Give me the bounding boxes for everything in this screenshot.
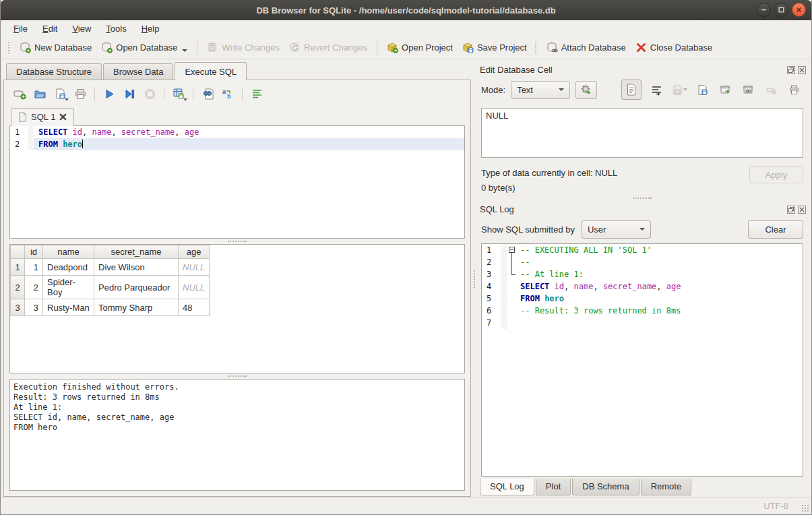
save-results-dropdown-icon[interactable] bbox=[183, 98, 187, 101]
cell[interactable]: Spider-Boy bbox=[43, 276, 94, 299]
cell[interactable]: 2 bbox=[25, 276, 43, 299]
cell[interactable]: Dive Wilson bbox=[94, 259, 179, 276]
cell-open-external-button[interactable] bbox=[717, 82, 733, 98]
cell[interactable]: 3 bbox=[25, 299, 43, 316]
code-line[interactable]: 2FROM hero bbox=[10, 138, 464, 150]
results-area[interactable]: idnamesecret_nameage11DeadpondDive Wilso… bbox=[9, 244, 465, 373]
save-project-button[interactable]: Save Project bbox=[458, 39, 532, 56]
menu-item-file[interactable]: File bbox=[6, 22, 35, 35]
cell-editor-textarea[interactable]: NULL bbox=[481, 108, 803, 158]
title-bar[interactable]: DB Browser for SQLite - /home/user/code/… bbox=[1, 0, 811, 20]
corner-header[interactable] bbox=[11, 245, 25, 259]
editor-results-splitter[interactable] bbox=[9, 239, 465, 244]
cell-print-button[interactable] bbox=[786, 82, 802, 98]
close-database-button[interactable]: Close Database bbox=[631, 39, 718, 56]
column-header-secret_name[interactable]: secret_name bbox=[94, 245, 179, 259]
results-table: idnamesecret_nameage11DeadpondDive Wilso… bbox=[10, 245, 210, 316]
open-database-dropdown-icon[interactable] bbox=[182, 49, 187, 52]
bottom-tab-remote[interactable]: Remote bbox=[641, 479, 692, 495]
row-header[interactable]: 2 bbox=[11, 276, 25, 299]
replace-button[interactable]: ab bbox=[219, 86, 237, 102]
cell-import-button[interactable] bbox=[671, 82, 687, 98]
sql-doc-tab[interactable]: SQL 1 bbox=[11, 108, 74, 126]
cell-word-wrap-button[interactable] bbox=[648, 82, 664, 98]
find-button[interactable] bbox=[199, 86, 216, 102]
close-button[interactable] bbox=[792, 3, 806, 17]
row-header[interactable]: 3 bbox=[11, 299, 25, 316]
bottom-tab-plot[interactable]: Plot bbox=[536, 479, 571, 495]
minimize-button[interactable] bbox=[757, 3, 771, 17]
tab-execute-sql[interactable]: Execute SQL bbox=[175, 62, 247, 80]
save-results-button[interactable] bbox=[170, 86, 187, 102]
column-header-id[interactable]: id bbox=[25, 245, 43, 259]
toolbar-grip[interactable] bbox=[8, 42, 11, 54]
maximize-button[interactable] bbox=[774, 3, 788, 17]
open-project-button[interactable]: Open Project bbox=[382, 39, 458, 56]
cell[interactable]: NULL bbox=[179, 276, 210, 299]
bottom-tab-db-schema[interactable]: DB Schema bbox=[572, 479, 639, 495]
open-database-button[interactable]: Open Database bbox=[96, 39, 192, 56]
sql-log-close-button[interactable] bbox=[798, 206, 806, 214]
cell-link-button[interactable] bbox=[740, 82, 756, 98]
write-changes-button[interactable]: Write Changes bbox=[202, 39, 284, 56]
mode-select[interactable]: Text bbox=[511, 81, 570, 99]
cell[interactable]: Rusty-Man bbox=[43, 299, 94, 316]
menu-item-view[interactable]: View bbox=[65, 22, 98, 35]
cell[interactable]: Deadpond bbox=[43, 259, 94, 276]
results-message-splitter[interactable] bbox=[9, 373, 465, 379]
cell-export-button[interactable] bbox=[694, 82, 710, 98]
cell-text-mode-button[interactable] bbox=[621, 80, 642, 100]
menu-item-help[interactable]: Help bbox=[134, 22, 167, 35]
column-header-name[interactable]: name bbox=[43, 245, 94, 259]
execute-all-button[interactable] bbox=[100, 86, 118, 102]
encoding-indicator[interactable]: UTF-8 bbox=[763, 501, 788, 511]
execution-message-box[interactable]: Execution finished without errors.Result… bbox=[9, 379, 465, 491]
auto-apply-button[interactable] bbox=[575, 81, 597, 99]
sql-log-view[interactable]: 1-- EXECUTING ALL IN 'SQL 1'2--3-- At li… bbox=[481, 243, 803, 477]
apply-button[interactable]: Apply bbox=[749, 166, 803, 183]
new-sql-tab-button[interactable] bbox=[11, 86, 28, 102]
sql-log-float-button[interactable] bbox=[787, 206, 795, 214]
tab-browse-data[interactable]: Browse Data bbox=[103, 63, 173, 80]
new-database-button[interactable]: New Database bbox=[15, 39, 96, 56]
bottom-tab-sql-log[interactable]: SQL Log bbox=[480, 479, 534, 495]
cell[interactable]: Pedro Parqueador bbox=[94, 276, 179, 299]
sql-doc-tab-close-button[interactable] bbox=[59, 113, 67, 121]
attach-database-button[interactable]: Attach Database bbox=[542, 39, 631, 56]
print-button[interactable] bbox=[71, 86, 89, 102]
save-sql-dropdown-icon[interactable] bbox=[65, 98, 69, 101]
column-header-age[interactable]: age bbox=[179, 245, 210, 259]
cell[interactable]: NULL bbox=[179, 259, 210, 276]
cell[interactable]: 48 bbox=[179, 299, 210, 316]
panel-splitter[interactable] bbox=[471, 61, 477, 497]
message-line: Execution finished without errors. bbox=[13, 382, 461, 392]
sql-log-filter-select[interactable]: User bbox=[582, 220, 651, 239]
dock-splitter[interactable] bbox=[477, 195, 807, 201]
fold-marker bbox=[507, 256, 516, 268]
toolbar-grip[interactable] bbox=[535, 42, 538, 54]
edit-cell-float-button[interactable] bbox=[787, 66, 795, 74]
code-line[interactable]: 1SELECT id, name, secret_name, age bbox=[10, 126, 464, 138]
sql-editor[interactable]: 1SELECT id, name, secret_name, age2FROM … bbox=[9, 125, 465, 239]
word-wrap-button[interactable] bbox=[248, 86, 266, 102]
tab-database-structure[interactable]: Database Structure bbox=[6, 63, 102, 80]
save-sql-file-button[interactable] bbox=[51, 86, 69, 102]
cell[interactable]: Tommy Sharp bbox=[94, 299, 179, 316]
fold-collapse-icon[interactable] bbox=[509, 247, 515, 253]
resize-grip-icon[interactable] bbox=[801, 504, 809, 512]
fold-marker[interactable] bbox=[507, 244, 516, 256]
stop-button[interactable] bbox=[141, 86, 158, 102]
open-external-icon bbox=[720, 84, 731, 96]
clear-log-button[interactable]: Clear bbox=[748, 220, 803, 239]
open-sql-file-button[interactable] bbox=[31, 86, 49, 102]
row-header[interactable]: 1 bbox=[11, 259, 25, 276]
cell-set-null-button[interactable] bbox=[763, 82, 779, 98]
edit-cell-close-button[interactable] bbox=[798, 66, 806, 74]
cell[interactable]: 1 bbox=[25, 259, 43, 276]
execute-current-line-button[interactable] bbox=[121, 86, 138, 102]
menu-item-tools[interactable]: Tools bbox=[98, 22, 133, 35]
new-database-label: New Database bbox=[34, 42, 92, 53]
menu-item-edit[interactable]: Edit bbox=[35, 22, 65, 35]
revert-changes-button[interactable]: Revert Changes bbox=[284, 39, 372, 56]
line-number: 5 bbox=[482, 293, 501, 305]
